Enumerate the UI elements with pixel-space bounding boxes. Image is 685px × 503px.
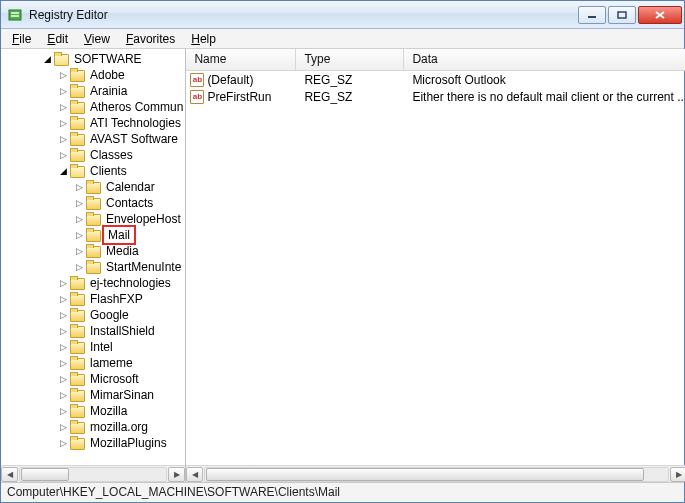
folder-icon	[69, 324, 85, 338]
tree-node-label: Contacts	[104, 195, 155, 211]
list-horizontal-scrollbar[interactable]: ◀ ▶	[186, 465, 685, 482]
tree-node[interactable]: ▷Intel	[1, 339, 185, 355]
column-header-data[interactable]: Data	[404, 49, 685, 70]
scroll-right-button[interactable]: ▶	[670, 467, 685, 482]
tree-node[interactable]: ▷Google	[1, 307, 185, 323]
tree-node[interactable]: ▷Mozilla	[1, 403, 185, 419]
tree-node[interactable]: ▷Atheros Commun	[1, 99, 185, 115]
maximize-button[interactable]	[608, 6, 636, 24]
tree-node[interactable]: ▷Microsoft	[1, 371, 185, 387]
scroll-track[interactable]	[19, 467, 167, 482]
minimize-button[interactable]	[578, 6, 606, 24]
tree-node[interactable]: ▷Calendar	[1, 179, 185, 195]
expand-arrow-icon[interactable]: ▷	[57, 435, 69, 451]
folder-icon	[69, 436, 85, 450]
tree-node[interactable]: ▷ej-technologies	[1, 275, 185, 291]
folder-icon	[69, 148, 85, 162]
menu-view[interactable]: View	[77, 31, 117, 47]
tree-node[interactable]: ▷FlashFXP	[1, 291, 185, 307]
expand-arrow-icon[interactable]: ▷	[57, 83, 69, 99]
expand-arrow-icon[interactable]: ▷	[57, 67, 69, 83]
menu-favorites[interactable]: Favorites	[119, 31, 182, 47]
expand-arrow-icon[interactable]: ▷	[57, 307, 69, 323]
expand-arrow-icon[interactable]: ▷	[73, 259, 85, 275]
tree-node[interactable]: ▷Arainia	[1, 83, 185, 99]
tree-node[interactable]: ▷InstallShield	[1, 323, 185, 339]
expand-arrow-icon[interactable]: ▷	[57, 371, 69, 387]
menu-edit[interactable]: Edit	[40, 31, 75, 47]
tree-view[interactable]: ◢ SOFTWARE ▷Adobe▷Arainia▷Atheros Commun…	[1, 49, 185, 465]
scroll-track[interactable]	[204, 467, 669, 482]
expand-arrow-icon[interactable]: ▷	[57, 275, 69, 291]
tree-node[interactable]: ▷ATI Technologies	[1, 115, 185, 131]
tree-node-clients[interactable]: ◢ Clients	[1, 163, 185, 179]
titlebar[interactable]: Registry Editor	[1, 1, 684, 29]
tree-node[interactable]: ▷Media	[1, 243, 185, 259]
string-value-icon: ab	[190, 90, 204, 104]
menu-help[interactable]: Help	[184, 31, 223, 47]
folder-icon	[69, 84, 85, 98]
folder-icon	[85, 196, 101, 210]
column-header-type[interactable]: Type	[296, 49, 404, 70]
expand-arrow-icon[interactable]: ▷	[73, 211, 85, 227]
column-header-name[interactable]: Name	[186, 49, 296, 70]
scroll-left-button[interactable]: ◀	[1, 467, 18, 482]
tree-node[interactable]: ▷EnvelopeHost	[1, 211, 185, 227]
expand-arrow-icon[interactable]: ▷	[57, 291, 69, 307]
folder-icon	[69, 388, 85, 402]
tree-node-label: Intel	[88, 339, 115, 355]
tree-node-software[interactable]: ◢ SOFTWARE	[1, 51, 185, 67]
tree-horizontal-scrollbar[interactable]: ◀ ▶	[1, 465, 185, 482]
expand-arrow-icon[interactable]: ▷	[57, 355, 69, 371]
tree-node[interactable]: ▷lameme	[1, 355, 185, 371]
expand-arrow-icon[interactable]: ▷	[57, 99, 69, 115]
list-view[interactable]: ab(Default)REG_SZMicrosoft OutlookabPreF…	[186, 71, 685, 465]
tree-node[interactable]: ▷MimarSinan	[1, 387, 185, 403]
cell-name: ab(Default)	[186, 73, 296, 87]
tree-node[interactable]: ▷Adobe	[1, 67, 185, 83]
tree-node-label: Atheros Commun	[88, 99, 185, 115]
expand-arrow-icon[interactable]: ▷	[73, 227, 85, 243]
close-button[interactable]	[638, 6, 682, 24]
tree-node-label: Media	[104, 243, 141, 259]
expand-arrow-icon[interactable]: ▷	[57, 115, 69, 131]
tree-node-label: Calendar	[104, 179, 157, 195]
statusbar-path: Computer\HKEY_LOCAL_MACHINE\SOFTWARE\Cli…	[7, 485, 340, 499]
collapse-arrow-icon[interactable]: ◢	[57, 163, 69, 179]
tree-node-label: Arainia	[88, 83, 129, 99]
folder-icon	[85, 180, 101, 194]
tree-node[interactable]: ▷AVAST Software	[1, 131, 185, 147]
folder-icon	[85, 228, 101, 242]
tree-node[interactable]: ▷MozillaPlugins	[1, 435, 185, 451]
expand-arrow-icon[interactable]: ▷	[73, 195, 85, 211]
collapse-arrow-icon[interactable]: ◢	[41, 51, 53, 67]
scroll-thumb[interactable]	[21, 468, 69, 481]
tree-node[interactable]: ▷Contacts	[1, 195, 185, 211]
tree-node-label: ATI Technologies	[88, 115, 183, 131]
table-row[interactable]: abPreFirstRunREG_SZEither there is no de…	[186, 88, 685, 105]
expand-arrow-icon[interactable]: ▷	[73, 243, 85, 259]
expand-arrow-icon[interactable]: ▷	[57, 403, 69, 419]
tree-node[interactable]: ▷StartMenuInte	[1, 259, 185, 275]
scroll-thumb[interactable]	[206, 468, 644, 481]
expand-arrow-icon[interactable]: ▷	[57, 323, 69, 339]
expand-arrow-icon[interactable]: ▷	[57, 387, 69, 403]
scroll-right-button[interactable]: ▶	[168, 467, 185, 482]
tree-node[interactable]: ▷mozilla.org	[1, 419, 185, 435]
folder-icon	[85, 260, 101, 274]
tree-node[interactable]: ▷Mail	[1, 227, 185, 243]
tree-node[interactable]: ▷Classes	[1, 147, 185, 163]
expand-arrow-icon[interactable]: ▷	[57, 419, 69, 435]
tree-node-label: MozillaPlugins	[88, 435, 169, 451]
expand-arrow-icon[interactable]: ▷	[57, 131, 69, 147]
expand-arrow-icon[interactable]: ▷	[73, 179, 85, 195]
expand-arrow-icon[interactable]: ▷	[57, 339, 69, 355]
menu-file[interactable]: File	[5, 31, 38, 47]
scroll-left-button[interactable]: ◀	[186, 467, 203, 482]
expand-arrow-icon[interactable]: ▷	[57, 147, 69, 163]
table-row[interactable]: ab(Default)REG_SZMicrosoft Outlook	[186, 71, 685, 88]
tree-node-label: Microsoft	[88, 371, 141, 387]
folder-icon	[85, 212, 101, 226]
tree-node-label: Mail	[102, 225, 136, 245]
folder-icon	[69, 116, 85, 130]
